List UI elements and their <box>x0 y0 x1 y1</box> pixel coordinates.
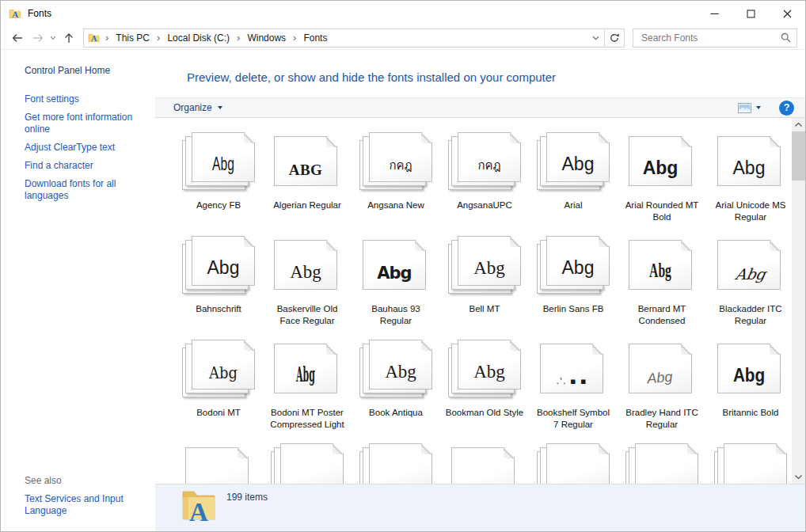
font-item[interactable]: AbgBodoni MT Poster Compressed Light <box>263 340 352 431</box>
font-page-front-icon <box>451 447 515 484</box>
page-fold-icon <box>687 444 698 454</box>
font-page-front-icon <box>185 447 249 484</box>
up-button[interactable] <box>63 32 75 44</box>
change-view-button[interactable] <box>738 103 761 113</box>
font-preview-glyphs: Abg <box>547 154 609 175</box>
font-page-front-icon <box>280 443 344 484</box>
address-field[interactable]: A ›This PC›Local Disk (C:)›Windows›Fonts <box>83 28 605 48</box>
fonts-folder-icon: A <box>9 7 21 20</box>
breadcrumb-segment[interactable]: This PC <box>114 32 151 44</box>
forward-button[interactable] <box>32 32 45 44</box>
font-item-partial[interactable] <box>440 443 529 484</box>
font-pages-icon: Abg <box>448 236 521 296</box>
breadcrumb-segment[interactable]: Fonts <box>302 32 329 44</box>
font-item[interactable]: AbgBahnschrift <box>174 236 263 327</box>
font-item[interactable]: กคฎAngsana New <box>352 132 440 223</box>
font-page-front-icon <box>369 443 432 484</box>
page-fold-icon <box>681 241 691 251</box>
font-page-front-icon: Abg <box>369 340 432 390</box>
font-preview-glyphs: กคฎ <box>458 156 520 175</box>
font-name-label: Bodoni MT Poster Compressed Light <box>268 407 347 431</box>
page-fold-icon <box>681 344 691 355</box>
scrollbar-up-icon[interactable] <box>792 118 805 131</box>
font-item-partial[interactable] <box>174 443 263 484</box>
font-item[interactable]: AbgBaskerville Old Face Regular <box>263 236 352 327</box>
organize-button[interactable]: Organize <box>173 102 222 113</box>
font-page-front-icon <box>546 443 610 484</box>
page-fold-icon <box>244 340 254 351</box>
search-input[interactable] <box>640 32 781 44</box>
page-fold-icon <box>421 444 432 454</box>
breadcrumb-segment[interactable]: Local Disk (C:) <box>165 32 231 44</box>
sidebar-item-text-services[interactable]: Text Services and Input Language <box>25 493 135 517</box>
font-item-partial[interactable] <box>529 443 618 484</box>
font-page-front-icon: Abg <box>629 136 692 186</box>
sidebar-task-link[interactable]: Download fonts for all languages <box>25 178 142 202</box>
minimize-button[interactable] <box>696 1 732 26</box>
see-also-label: See also <box>25 475 147 486</box>
font-pages-icon <box>448 443 521 484</box>
font-item-partial[interactable] <box>618 443 706 484</box>
font-preview-glyphs: Abg <box>197 363 249 382</box>
sidebar-task-link[interactable]: Get more font information online <box>25 112 142 135</box>
font-item[interactable]: AbgArial Rounded MT Bold <box>618 132 706 223</box>
font-item[interactable]: AbgBernard MT Condensed <box>618 236 706 327</box>
font-page-front-icon: Abg <box>192 132 255 182</box>
font-item[interactable]: AbgBauhaus 93 Regular <box>352 236 440 327</box>
sidebar-task-link[interactable]: Find a character <box>25 160 142 172</box>
font-preview-glyphs: Abg <box>629 367 691 388</box>
page-fold-icon <box>599 237 609 247</box>
breadcrumb-separator-icon: › <box>100 32 114 44</box>
font-item[interactable]: AbgBell MT <box>440 236 529 327</box>
font-item[interactable]: กคฎAngsanaUPC <box>440 132 529 223</box>
back-button[interactable] <box>10 32 24 44</box>
main-panel: Preview, delete, or show and hide the fo… <box>155 50 805 531</box>
scrollbar-down-icon[interactable] <box>792 470 805 484</box>
sidebar-item-control-panel-home[interactable]: Control Panel Home <box>25 65 139 77</box>
vertical-scrollbar[interactable] <box>792 118 805 484</box>
font-name-label: AngsanaUPC <box>457 200 512 211</box>
refresh-button[interactable] <box>605 28 625 48</box>
recent-locations-chevron-icon[interactable] <box>50 36 56 40</box>
breadcrumb-segment[interactable]: Windows <box>245 32 287 44</box>
window-title: Fonts <box>28 8 51 19</box>
font-preview-glyphs: Abg <box>370 362 432 382</box>
font-item[interactable]: AbgBodoni MT <box>174 340 263 431</box>
font-preview-glyphs: ABG <box>275 162 336 179</box>
font-item[interactable]: AbgAgency FB <box>174 132 263 223</box>
svg-text:A: A <box>91 34 97 43</box>
page-fold-icon <box>770 241 780 251</box>
help-button[interactable]: ? <box>779 101 794 116</box>
font-item[interactable]: AbgBlackadder ITC Regular <box>706 236 795 327</box>
maximize-button[interactable] <box>732 1 769 26</box>
address-dropdown-chevron-icon[interactable] <box>592 36 599 40</box>
font-item-partial[interactable] <box>706 443 795 484</box>
page-fold-icon <box>510 237 520 247</box>
font-item[interactable]: AbgBradley Hand ITC Regular <box>618 340 706 431</box>
font-page-front-icon: Abg <box>363 240 426 290</box>
sidebar-task-link[interactable]: Adjust ClearType text <box>25 142 142 154</box>
font-item[interactable]: AbgArial <box>529 132 618 223</box>
font-item[interactable]: AbgBerlin Sans FB <box>529 236 618 327</box>
page-fold-icon <box>776 444 786 454</box>
font-item-partial[interactable] <box>352 443 440 484</box>
font-name-label: Algerian Regular <box>273 200 341 211</box>
font-item[interactable]: .'. ▪ ▪Bookshelf Symbol 7 Regular <box>529 340 618 431</box>
font-pages-icon: .'. ▪ ▪ <box>537 340 610 400</box>
font-item[interactable]: AbgBook Antiqua <box>352 340 440 431</box>
font-pages-icon <box>625 443 698 484</box>
font-name-label: Angsana New <box>367 200 424 211</box>
sidebar-task-link[interactable]: Font settings <box>25 93 142 105</box>
font-item-partial[interactable] <box>263 443 352 484</box>
page-fold-icon <box>415 241 425 251</box>
font-item[interactable]: ABGAlgerian Regular <box>263 132 352 223</box>
font-item[interactable]: AbgArial Unicode MS Regular <box>706 132 795 223</box>
breadcrumb-separator-icon: › <box>231 32 245 44</box>
close-button[interactable] <box>769 1 805 26</box>
fonts-list-area: AbgAgency FBABGAlgerian RegularกคฎAngsan… <box>155 118 805 484</box>
font-item[interactable]: AbgBritannic Bold <box>706 340 795 431</box>
font-item[interactable]: AbgBookman Old Style <box>440 340 529 431</box>
scrollbar-thumb[interactable] <box>792 131 805 180</box>
search-icon <box>781 32 791 43</box>
font-page-front-icon: ABG <box>274 136 337 186</box>
